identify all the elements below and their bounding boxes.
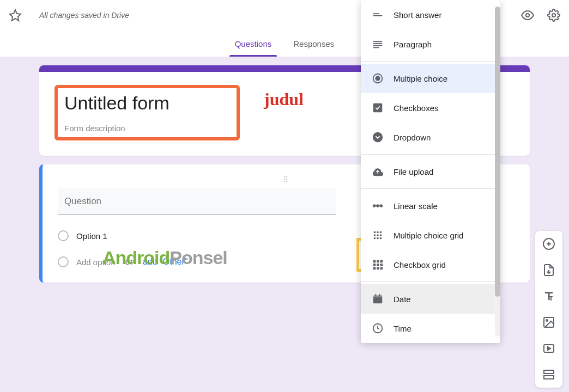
- svg-rect-8: [544, 376, 554, 379]
- menu-cb-grid[interactable]: Checkbox grid: [361, 250, 500, 279]
- svg-rect-13: [373, 45, 383, 46]
- time-icon: [372, 322, 384, 334]
- svg-rect-44: [379, 294, 380, 297]
- cb-grid-icon: [372, 259, 384, 271]
- svg-rect-37: [380, 264, 383, 266]
- svg-point-29: [374, 237, 376, 240]
- svg-rect-43: [375, 294, 376, 297]
- question-type-dropdown: Short answer Paragraph Multiple choice C…: [361, 0, 500, 343]
- menu-file-upload[interactable]: File upload: [361, 157, 500, 186]
- tab-questions[interactable]: Questions: [233, 30, 274, 57]
- svg-rect-22: [374, 205, 382, 206]
- svg-rect-11: [373, 41, 383, 42]
- tab-responses[interactable]: Responses: [291, 30, 336, 57]
- dropdown-scrollbar[interactable]: [495, 7, 500, 336]
- svg-rect-10: [373, 15, 383, 16]
- svg-point-31: [380, 237, 382, 240]
- add-title-icon[interactable]: [542, 290, 555, 303]
- add-image-icon[interactable]: [542, 316, 555, 329]
- svg-rect-35: [373, 264, 376, 266]
- file-upload-icon: [372, 166, 384, 177]
- svg-point-28: [380, 234, 382, 236]
- svg-rect-9: [373, 13, 379, 14]
- save-status: All changes saved in Drive: [39, 11, 129, 20]
- svg-rect-17: [373, 103, 383, 113]
- question-input[interactable]: [58, 188, 336, 215]
- svg-rect-36: [377, 264, 379, 266]
- menu-multiple-choice[interactable]: Multiple choice: [361, 64, 500, 93]
- mc-grid-icon: [372, 229, 384, 241]
- watermark: AndroidPonsel: [102, 247, 227, 268]
- linear-scale-icon: [372, 200, 384, 212]
- checkboxes-icon: [372, 102, 384, 114]
- side-toolbar: [535, 231, 562, 388]
- svg-point-26: [374, 234, 376, 236]
- multiple-choice-icon: [372, 72, 384, 84]
- add-video-icon[interactable]: [542, 342, 555, 355]
- menu-divider: [361, 154, 500, 155]
- menu-paragraph[interactable]: Paragraph: [361, 29, 500, 59]
- title-highlight-box: Untitled form Form description: [55, 85, 240, 140]
- star-icon[interactable]: [9, 9, 22, 22]
- svg-point-1: [552, 14, 555, 17]
- menu-linear-scale[interactable]: Linear scale: [361, 191, 500, 220]
- judul-annotation: judul: [264, 89, 304, 109]
- svg-point-18: [373, 132, 383, 142]
- preview-icon[interactable]: [521, 9, 534, 22]
- menu-divider: [361, 61, 500, 62]
- menu-dropdown[interactable]: Dropdown: [361, 122, 500, 152]
- import-questions-icon[interactable]: [542, 264, 555, 277]
- menu-date[interactable]: Date: [361, 284, 500, 314]
- svg-rect-12: [373, 43, 383, 44]
- svg-rect-7: [544, 370, 554, 373]
- svg-rect-14: [373, 47, 379, 48]
- menu-divider: [361, 281, 500, 282]
- dropdown-icon: [372, 131, 384, 143]
- radio-icon: [58, 256, 69, 267]
- svg-point-25: [380, 231, 382, 234]
- svg-rect-33: [377, 260, 379, 263]
- svg-point-5: [546, 320, 548, 321]
- svg-rect-38: [373, 267, 376, 270]
- menu-short-answer[interactable]: Short answer: [361, 0, 500, 29]
- svg-rect-40: [380, 267, 383, 270]
- add-question-icon[interactable]: [542, 237, 555, 250]
- paragraph-icon: [372, 38, 384, 50]
- svg-point-30: [377, 237, 379, 240]
- svg-point-16: [376, 76, 379, 80]
- date-icon: [372, 293, 384, 305]
- option-1-text[interactable]: Option 1: [76, 231, 107, 241]
- menu-checkboxes[interactable]: Checkboxes: [361, 93, 500, 122]
- radio-icon: [58, 230, 69, 241]
- menu-mc-grid[interactable]: Multiple choice grid: [361, 220, 500, 250]
- svg-point-24: [377, 231, 379, 234]
- short-answer-icon: [372, 9, 384, 21]
- form-description[interactable]: Form description: [64, 124, 230, 133]
- menu-time[interactable]: Time: [361, 314, 500, 343]
- svg-point-0: [526, 14, 529, 17]
- svg-point-23: [374, 231, 376, 234]
- svg-rect-39: [377, 267, 379, 270]
- add-section-icon[interactable]: [542, 368, 555, 381]
- svg-rect-34: [380, 260, 383, 263]
- menu-divider: [361, 188, 500, 189]
- settings-icon[interactable]: [547, 9, 560, 22]
- svg-rect-32: [373, 260, 376, 263]
- svg-rect-42: [373, 296, 383, 298]
- svg-point-27: [377, 234, 379, 236]
- form-title[interactable]: Untitled form: [64, 93, 230, 114]
